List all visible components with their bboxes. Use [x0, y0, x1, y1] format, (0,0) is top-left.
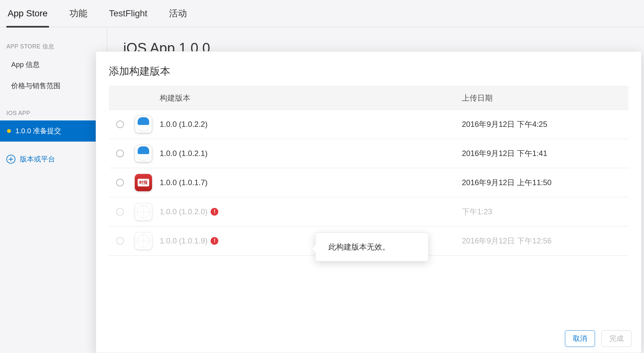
table-header: 构建版本 上传日期: [109, 86, 628, 110]
radio-button[interactable]: [116, 120, 124, 128]
radio-button: [116, 208, 124, 216]
radio-button: [116, 237, 124, 245]
cancel-button[interactable]: 取消: [565, 330, 595, 347]
tab-testflight[interactable]: TestFlight: [108, 0, 149, 27]
sidebar-add-version[interactable]: 版本或平台: [0, 142, 107, 177]
build-version: 1.0.0 (1.0.1.7): [155, 178, 462, 187]
sidebar-item-version[interactable]: 1.0.0 准备提交: [0, 120, 107, 142]
app-icon: [135, 116, 152, 133]
builds-table: 构建版本 上传日期 1.0.0 (1.0.2.2) 2016年9月12日 下午4…: [96, 86, 641, 323]
modal-footer: 取消 完成: [96, 323, 641, 353]
app-icon: [135, 145, 152, 162]
sidebar-section-ios-app: iOS APP: [0, 104, 107, 120]
column-build: 构建版本: [155, 93, 462, 103]
sidebar-item-version-label: 1.0.0 准备提交: [15, 126, 61, 136]
sidebar-item-pricing[interactable]: 价格与销售范围: [0, 75, 107, 96]
app-icon: 时报: [135, 174, 152, 191]
build-version: 1.0.0 (1.0.2.2): [155, 120, 462, 129]
plus-circle-icon: [6, 155, 15, 164]
app-icon-badge: 时报: [138, 179, 149, 186]
done-button: 完成: [601, 330, 632, 347]
tab-app-store[interactable]: App Store: [6, 0, 49, 27]
table-row: 1.0.0 (1.0.2.0) ! 下午1:23: [109, 197, 628, 226]
sidebar-section-appstore-info: APP STORE 信息: [0, 37, 107, 54]
build-date: 2016年9月12日 上午11:50: [462, 177, 628, 188]
tab-activity[interactable]: 活动: [168, 0, 188, 27]
error-tooltip: 此构建版本无效。: [315, 233, 429, 261]
sidebar-item-app-info[interactable]: App 信息: [0, 54, 107, 75]
table-row[interactable]: 时报 1.0.0 (1.0.1.7) 2016年9月12日 上午11:50: [109, 168, 628, 197]
modal-header: 添加构建版本: [96, 52, 641, 86]
build-date: 2016年9月12日 下午4:25: [462, 119, 628, 129]
sidebar-add-version-label: 版本或平台: [20, 154, 55, 164]
top-tabs: App Store 功能 TestFlight 活动: [0, 0, 644, 27]
radio-button[interactable]: [116, 179, 124, 186]
app-icon-placeholder: [135, 232, 152, 250]
table-row[interactable]: 1.0.0 (1.0.2.2) 2016年9月12日 下午4:25: [109, 110, 628, 139]
column-upload-date: 上传日期: [462, 93, 628, 103]
app-icon-placeholder: [135, 203, 152, 220]
tab-features[interactable]: 功能: [68, 0, 89, 27]
radio-button[interactable]: [116, 150, 124, 157]
status-dot-icon: [7, 129, 11, 133]
build-version: 1.0.0 (1.0.2.0) !: [155, 207, 462, 216]
table-row[interactable]: 1.0.0 (1.0.2.1) 2016年9月12日 下午1:41: [109, 139, 628, 168]
build-date: 2016年9月12日 下午12:56: [462, 236, 628, 246]
add-build-modal: 添加构建版本 构建版本 上传日期 1.0.0 (1.0.2.2) 2016年9月…: [96, 51, 641, 353]
error-icon[interactable]: !: [211, 237, 218, 245]
build-date: 下午1:23: [462, 207, 628, 217]
error-icon[interactable]: !: [211, 208, 218, 216]
sidebar: APP STORE 信息 App 信息 价格与销售范围 iOS APP 1.0.…: [0, 27, 107, 353]
build-version: 1.0.0 (1.0.2.1): [155, 149, 462, 158]
modal-title: 添加构建版本: [109, 64, 628, 78]
build-date: 2016年9月12日 下午1:41: [462, 148, 628, 159]
